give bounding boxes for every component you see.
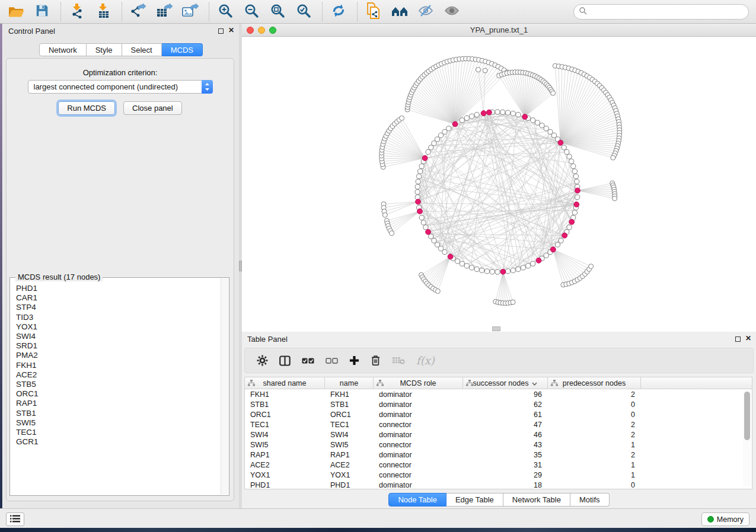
sort-chevron-icon[interactable] [532,379,537,387]
task-history-button[interactable] [6,512,24,526]
table-scrollbar[interactable] [743,390,751,486]
mcds-result-item[interactable]: TID3 [16,313,219,322]
table-cell: connector [374,471,463,479]
share-document-button[interactable] [363,2,384,21]
table-cell: 1 [548,441,641,449]
column-header-successor-nodes[interactable]: successor nodes [463,377,548,389]
create-column-button[interactable] [349,355,359,366]
mcds-result-item[interactable]: CAR1 [16,293,219,303]
zoom-selected-button[interactable] [294,2,314,21]
search-input[interactable] [587,7,748,17]
refresh-button[interactable] [328,2,349,21]
table-row[interactable]: TEC1TEC1connector472 [245,419,752,430]
table-tab-bar: Node TableEdge TableNetwork TableMotifs [242,493,756,507]
zoom-in-button[interactable] [215,2,235,21]
mcds-result-item[interactable]: PHD1 [16,284,219,293]
memory-button[interactable]: Memory [701,512,749,526]
column-header-MCDS-role[interactable]: MCDS role [374,377,463,389]
table-row[interactable]: STB1STB1dominator620 [245,399,752,409]
export-image-button[interactable] [180,2,200,21]
export-table-button[interactable] [154,2,174,21]
export-network-button[interactable] [128,2,148,21]
mcds-result-item[interactable]: YOX1 [16,322,219,332]
network-window-titlebar[interactable]: YPA_prune.txt_1 [242,24,756,37]
import-network-button[interactable] [67,2,87,21]
mcds-result-item[interactable]: RAP1 [16,399,219,408]
network-view[interactable] [242,37,756,332]
delete-columns-button[interactable] [371,355,381,366]
horizontal-splitter-handle[interactable] [492,326,500,331]
table-cell: dominator [374,481,463,489]
mcds-result-item[interactable]: SWI4 [16,332,219,341]
mcds-result-item[interactable]: SWI5 [16,418,219,428]
tab-style[interactable]: Style [87,43,122,56]
mcds-result-scrollbar[interactable] [221,278,228,495]
table-row[interactable]: SWI4SWI4dominator462 [245,430,752,440]
hide-graphics-details-button[interactable] [416,2,436,21]
column-header-shared-name[interactable]: shared name [245,377,325,389]
close-panel-icon[interactable]: ✕ [745,334,751,342]
memory-status-icon [707,516,714,523]
tab-motifs[interactable]: Motifs [570,493,610,507]
search-box[interactable] [573,4,749,20]
toolbar-separator [322,2,323,21]
close-panel-icon[interactable]: ✕ [228,26,234,34]
table-row[interactable]: ORC1ORC1dominator610 [245,409,752,419]
column-header-label: successor nodes [473,379,529,387]
mcds-result-item[interactable]: FKH1 [16,361,219,370]
column-header-name[interactable]: name [325,377,374,389]
mcds-result-item[interactable]: STB5 [16,380,219,389]
run-mcds-button[interactable]: Run MCDS [58,101,115,115]
mcds-result-item[interactable]: GCR1 [16,437,219,447]
search-network-button[interactable] [390,2,410,21]
zoom-out-button[interactable] [241,2,261,21]
column-header-predecessor-nodes[interactable]: predecessor nodes [548,377,641,389]
table-panel: Table Panel ✕ f(x) shared namenameMCDS r… [242,332,756,508]
table-cell: SWI4 [245,431,325,439]
tab-network[interactable]: Network [39,43,87,56]
tab-edge-table[interactable]: Edge Table [446,493,503,507]
function-builder-button[interactable]: f(x) [416,354,435,367]
open-session-button[interactable] [6,2,26,21]
save-session-button[interactable] [32,2,52,21]
mcds-result-item[interactable]: STP4 [16,303,219,312]
table-row[interactable]: ACE2ACE2connector311 [245,460,752,470]
table-panel-header: Table Panel ✕ [242,332,756,347]
network-graph[interactable] [242,37,756,332]
table-row[interactable]: SWI5SWI5connector431 [245,440,752,450]
table-cell: FKH1 [325,390,374,399]
table-row[interactable]: PHD1PHD1dominator180 [245,480,752,490]
close-panel-button[interactable]: Close panel [123,101,182,115]
mcds-result-item[interactable]: TEC1 [16,428,219,437]
tab-mcds[interactable]: MCDS [162,43,203,56]
tab-network-table[interactable]: Network Table [503,493,570,507]
table-mode-gear-button[interactable] [257,355,268,366]
mcds-result-item[interactable]: ACE2 [16,370,219,380]
table-cell: dominator [374,431,463,439]
import-table-button[interactable] [93,2,113,21]
mcds-result-item[interactable]: STB1 [16,409,219,418]
mcds-result-item[interactable]: SRD1 [16,341,219,351]
mcds-result-list[interactable]: PHD1CAR1STP4TID3YOX1SWI4SRD1PMA2FKH1ACE2… [11,284,219,494]
show-column-chooser-button[interactable] [279,355,291,366]
scrollbar-thumb[interactable] [744,392,750,440]
tab-node-table[interactable]: Node Table [388,493,446,507]
float-panel-icon[interactable] [735,336,741,342]
toolbar-separator [122,2,122,21]
show-graphics-details-button[interactable] [442,2,462,21]
select-all-columns-button[interactable] [302,357,314,365]
status-bar: Memory [0,508,756,528]
tab-select[interactable]: Select [122,43,162,56]
table-row[interactable]: YOX1YOX1connector291 [245,470,752,480]
mcds-result-item[interactable]: PMA2 [16,351,219,360]
unselect-all-columns-button[interactable] [326,357,338,365]
zoom-fit-button[interactable] [267,2,288,21]
mcds-result-item[interactable]: ORC1 [16,389,219,399]
optimization-criterion-select[interactable]: largest connected component (undirected) [28,80,213,94]
delete-table-button[interactable] [392,356,405,365]
table-cell: PHD1 [325,481,374,489]
hierarchy-icon [248,380,255,388]
table-row[interactable]: RAP1RAP1dominator352 [245,450,752,460]
table-row[interactable]: FKH1FKH1dominator962 [245,389,752,399]
float-panel-icon[interactable] [218,28,224,34]
